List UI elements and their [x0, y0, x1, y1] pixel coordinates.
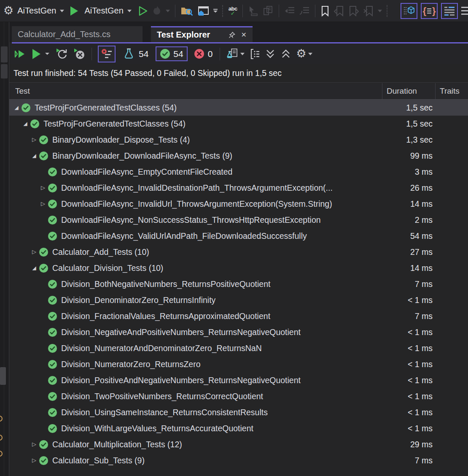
- tab-calculator-add-tests[interactable]: Calculator_Add_Tests.cs: [12, 26, 143, 42]
- pin-icon[interactable]: [229, 32, 235, 38]
- tab-test-explorer[interactable]: Test Explorer ✕: [151, 26, 253, 42]
- test-passed-icon: [48, 183, 57, 193]
- indent-spacer: [9, 300, 38, 300]
- test-tree-row[interactable]: Division_NumeratorZero_ReturnsZero < 1 m…: [9, 356, 468, 372]
- test-duration: 7 ms: [382, 311, 435, 321]
- test-tree-row[interactable]: ▷ Calculator_Multiplication_Tests (12) 2…: [9, 436, 468, 452]
- test-name: Division_NumeratorZero_ReturnsZero: [61, 360, 382, 369]
- expander-icon[interactable]: ▷: [38, 196, 48, 212]
- test-tree-row[interactable]: ◢ Calculator_Division_Tests (10) 14 ms: [9, 260, 468, 276]
- start-without-debugging-icon[interactable]: [138, 5, 148, 16]
- indent-spacer: [9, 380, 38, 381]
- toolbar-separator: [279, 5, 279, 17]
- failed-filter-button[interactable]: 0: [194, 49, 213, 59]
- expander-icon[interactable]: ▷: [30, 452, 39, 468]
- test-tree-row[interactable]: Division_UsingSameInstance_ReturnsConsis…: [9, 404, 468, 420]
- expander-icon[interactable]: ◢: [12, 100, 21, 116]
- beaker-icon[interactable]: [124, 48, 134, 60]
- test-passed-icon: [39, 456, 48, 465]
- run-target-label[interactable]: AiTestGen: [84, 6, 123, 16]
- solution-explorer-home-icon[interactable]: [197, 5, 210, 16]
- test-tree-row[interactable]: DownloadFileAsync_EmptyContentFileCreate…: [9, 164, 468, 180]
- run-all-tests-icon[interactable]: [13, 48, 25, 60]
- braces-button[interactable]: { }: [421, 3, 438, 19]
- close-icon[interactable]: ✕: [241, 31, 247, 39]
- indent-spacer: [9, 428, 38, 429]
- indent-spacer: [9, 284, 38, 284]
- repeat-last-run-icon[interactable]: [56, 48, 68, 60]
- expander-icon[interactable]: ▷: [30, 436, 39, 452]
- test-tree-row[interactable]: Division_WithLargeValues_ReturnsAccurate…: [9, 420, 468, 436]
- test-duration: < 1 ms: [382, 295, 435, 305]
- expander-icon[interactable]: ▷: [30, 244, 39, 260]
- test-tree-row[interactable]: ◢ BinaryDownloader_DownloadFileAsync_Tes…: [9, 148, 468, 164]
- chevron-down-icon[interactable]: [60, 10, 64, 12]
- run-icon[interactable]: [70, 6, 78, 16]
- test-name: TestProjForGeneratedTestClasses (54): [43, 119, 382, 129]
- test-passed-icon: [48, 343, 57, 353]
- playlist-button[interactable]: [226, 48, 245, 60]
- run-cancel-icon[interactable]: [73, 48, 86, 60]
- find-in-files-icon[interactable]: [180, 5, 193, 16]
- test-duration: < 1 ms: [382, 408, 435, 417]
- test-tree-row[interactable]: ▷ Calculator_Add_Tests (10) 27 ms: [9, 244, 468, 260]
- test-tree-row[interactable]: ▷ BinaryDownloader_Dispose_Tests (4) 1,3…: [9, 132, 468, 148]
- bookmark-icon[interactable]: [320, 5, 330, 17]
- test-name: DownloadFileAsync_ValidUrlAndPath_FileDo…: [61, 231, 382, 241]
- expander-icon[interactable]: ◢: [30, 260, 39, 276]
- test-tree-row[interactable]: ◢ TestProjForGeneratedTestClasses (54) 1…: [9, 100, 468, 116]
- test-tree-row[interactable]: Division_BothNegativeNumbers_ReturnsPosi…: [9, 276, 468, 292]
- toolbar-drag-handle[interactable]: [222, 5, 224, 17]
- expander-icon[interactable]: ▷: [30, 132, 39, 148]
- test-passed-icon: [39, 151, 48, 161]
- toolbar-separator: [315, 5, 315, 17]
- filter-playlist-button[interactable]: [98, 46, 116, 62]
- expander-icon[interactable]: ▷: [38, 180, 48, 196]
- test-name: Division_DenominatorZero_ReturnsInfinity: [61, 295, 382, 305]
- test-tree-row[interactable]: ▷ Calculator_Sub_Tests (9) 7 ms: [9, 452, 468, 468]
- run-icon[interactable]: [32, 49, 40, 59]
- test-tree-row[interactable]: Division_FractionalValues_ReturnsApproxi…: [9, 308, 468, 324]
- list-lines-icon[interactable]: [461, 6, 468, 16]
- test-tree-row[interactable]: ▷ DownloadFileAsync_InvalidDestinationPa…: [9, 180, 468, 196]
- test-tree-row[interactable]: Division_NegativeAndPositiveNumbers_Retu…: [9, 324, 468, 340]
- chevron-down-icon[interactable]: [45, 53, 49, 55]
- expander-icon[interactable]: ◢: [30, 148, 39, 164]
- test-name: DownloadFileAsync_NonSuccessStatus_Throw…: [61, 215, 382, 225]
- playlist-document-icon: [226, 48, 239, 60]
- numbered-list-button[interactable]: [441, 3, 458, 19]
- test-tree-row[interactable]: Division_PositiveAndNegativeNumbers_Retu…: [9, 372, 468, 388]
- test-tree-row[interactable]: Division_DenominatorZero_ReturnsInfinity…: [9, 292, 468, 308]
- indent-spacer: [9, 316, 38, 316]
- collapse-all-icon[interactable]: [265, 49, 276, 60]
- expander-icon[interactable]: ◢: [21, 116, 30, 132]
- hierarchy-icon[interactable]: [249, 49, 260, 60]
- test-name: Division_FractionalValues_ReturnsApproxi…: [61, 311, 382, 321]
- test-duration: 14 ms: [382, 199, 435, 209]
- test-tree-row[interactable]: Division_TwoPositiveNumbers_ReturnsCorre…: [9, 388, 468, 404]
- toolbar-overflow-icon[interactable]: [213, 9, 218, 13]
- test-tree-row[interactable]: DownloadFileAsync_NonSuccessStatus_Throw…: [9, 212, 468, 228]
- gear-icon[interactable]: ⚙: [3, 5, 13, 16]
- total-count: 54: [139, 49, 148, 59]
- test-tree-row[interactable]: ◢ TestProjForGeneratedTestClasses (54) 1…: [9, 116, 468, 132]
- column-header-test[interactable]: Test: [9, 83, 382, 99]
- vs-window: ⚙ AiTestGen AiTestGen abc✓: [0, 0, 468, 476]
- chevron-down-icon[interactable]: [127, 10, 132, 12]
- test-passed-icon: [39, 440, 48, 449]
- column-header-duration[interactable]: Duration: [382, 83, 435, 99]
- cube-button[interactable]: [401, 3, 417, 19]
- indent-spacer: [9, 460, 30, 461]
- column-header-traits[interactable]: Traits: [435, 83, 468, 99]
- test-tree-row[interactable]: Division_NumeratorAndDenominatorZero_Ret…: [9, 340, 468, 356]
- test-tree-row[interactable]: DownloadFileAsync_ValidUrlAndPath_FileDo…: [9, 228, 468, 244]
- spell-check-icon[interactable]: abc✓: [229, 6, 237, 16]
- expand-all-icon[interactable]: [280, 49, 291, 60]
- test-name: BinaryDownloader_Dispose_Tests (4): [52, 135, 382, 145]
- startup-project-label[interactable]: AiTestGen: [17, 6, 56, 16]
- passed-count: 54: [173, 49, 183, 59]
- toolbar-drag-handle[interactable]: [387, 5, 388, 17]
- passed-filter-button[interactable]: 54: [156, 46, 187, 61]
- test-tree-row[interactable]: ▷ DownloadFileAsync_InvalidUrl_ThrowsArg…: [9, 196, 468, 212]
- settings-button[interactable]: ⚙: [296, 48, 312, 60]
